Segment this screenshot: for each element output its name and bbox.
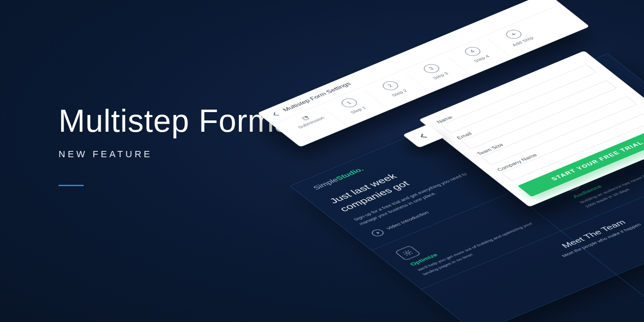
plus-icon: + [503,28,525,41]
back-icon[interactable] [273,112,279,115]
feature-1-desc: We'll help you get more out of building … [416,218,548,277]
accent-underline [59,185,84,186]
step-4-badge: 4 [462,45,483,58]
step-3-badge: 3 [421,62,442,75]
tab-add-step-label: Add Step [500,31,545,52]
gear-icon [394,245,421,261]
step-1-badge: 1 [338,97,360,109]
feature-1-name: Optimize [409,212,536,267]
brand-text-a: Simple [311,176,340,191]
svg-point-0 [405,251,410,254]
chevron-left-icon [421,134,428,138]
step-2-badge: 2 [379,79,401,92]
play-icon [369,228,386,238]
brand-text-b: Studio. [334,166,365,181]
tab-step-1-label: Step 1 [336,100,381,120]
